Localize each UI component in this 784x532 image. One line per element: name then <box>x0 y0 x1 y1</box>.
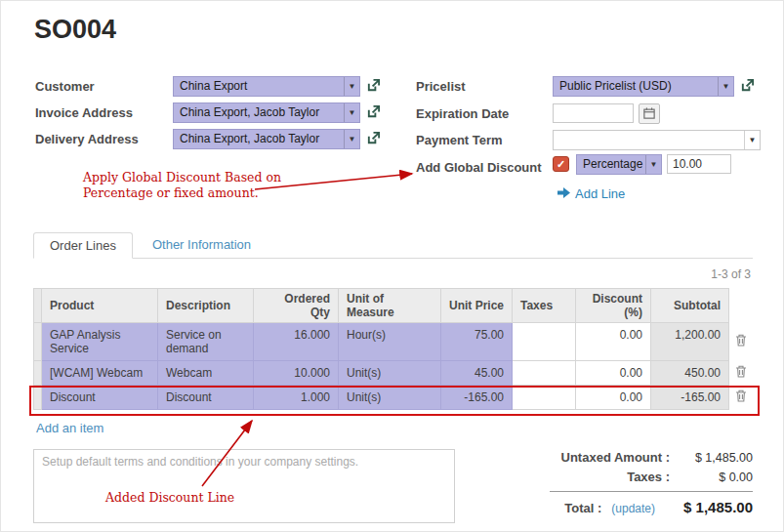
delete-column-header <box>729 289 754 323</box>
payment-term-select[interactable]: ▼ <box>553 130 761 150</box>
annotation-global-discount: Apply Global Discount Based on Percentag… <box>83 170 283 201</box>
chevron-down-icon: ▼ <box>344 103 359 122</box>
col-discount[interactable]: Discount (%) <box>576 289 651 323</box>
notebook-tabs: Order Lines Other Information <box>33 232 753 259</box>
cell-uom[interactable]: Hour(s) <box>339 323 441 361</box>
open-invoice-address-icon[interactable] <box>366 104 382 120</box>
discount-type-select[interactable]: Percentage ▼ <box>576 154 662 175</box>
customer-value: China Export <box>180 79 247 93</box>
delivery-address-label: Delivery Address <box>35 132 139 146</box>
pager: 1-3 of 3 <box>711 267 751 281</box>
table-header-row: Product Description Ordered Qty Unit of … <box>34 289 754 323</box>
update-total-link[interactable]: (update) <box>611 502 655 515</box>
col-ordered-qty[interactable]: Ordered Qty <box>254 289 339 323</box>
cell-discount[interactable]: 0.00 <box>576 323 651 361</box>
expiration-date-label: Expiration Date <box>416 106 509 121</box>
global-discount-checkbox[interactable] <box>553 156 569 172</box>
add-line-label: Add Line <box>575 186 625 201</box>
order-lines-table: Product Description Ordered Qty Unit of … <box>33 288 754 410</box>
delete-row-button[interactable] <box>729 323 754 361</box>
cell-discount[interactable]: 0.00 <box>576 386 651 410</box>
cell-taxes[interactable] <box>513 386 576 410</box>
pricelist-value: Public Pricelist (USD) <box>559 79 672 93</box>
chevron-down-icon: ▼ <box>645 155 661 174</box>
annotation-added-discount-line: Added Discount Line <box>105 490 234 506</box>
pricelist-label: Pricelist <box>416 79 466 94</box>
taxes-value: $ 0.00 <box>670 471 753 484</box>
row-handle[interactable] <box>34 386 42 410</box>
discount-amount-input[interactable] <box>667 154 731 174</box>
cell-description[interactable]: Service on demand <box>158 323 254 361</box>
tab-other-information[interactable]: Other Information <box>133 232 270 258</box>
customer-select[interactable]: China Export ▼ <box>173 76 360 97</box>
cell-description[interactable]: Webcam <box>158 361 254 386</box>
expiration-date-input[interactable] <box>553 103 634 123</box>
add-an-item-link[interactable]: Add an item <box>36 421 103 435</box>
page-title: SO004 <box>34 15 116 45</box>
invoice-address-label: Invoice Address <box>35 105 133 120</box>
row-handle[interactable] <box>34 361 42 386</box>
cell-qty[interactable]: 1.000 <box>254 386 339 410</box>
sale-order-form: SO004 Customer Invoice Address Delivery … <box>0 0 784 532</box>
untaxed-amount-label: Untaxed Amount : <box>561 450 670 465</box>
col-description[interactable]: Description <box>158 289 254 323</box>
cell-description[interactable]: Discount <box>158 386 254 410</box>
cell-discount[interactable]: 0.00 <box>576 361 651 386</box>
tab-order-lines[interactable]: Order Lines <box>33 232 133 259</box>
handle-column-header <box>34 289 42 323</box>
col-unit-of-measure[interactable]: Unit of Measure <box>339 289 441 323</box>
terms-conditions-textarea[interactable] <box>33 449 455 523</box>
table-row-discount[interactable]: Discount Discount 1.000 Unit(s) -165.00 … <box>34 386 754 410</box>
invoice-address-value: China Export, Jacob Taylor <box>180 105 319 119</box>
pricelist-select[interactable]: Public Pricelist (USD) ▼ <box>553 76 734 97</box>
col-product[interactable]: Product <box>42 289 158 323</box>
row-handle[interactable] <box>34 323 42 361</box>
cell-taxes[interactable] <box>513 361 576 386</box>
totals-panel: Untaxed Amount : $ 1,485.00 Taxes : $ 0.… <box>528 450 753 520</box>
chevron-down-icon: ▼ <box>344 130 359 148</box>
total-value: $ 1,485.00 <box>655 499 753 515</box>
cell-qty[interactable]: 16.000 <box>254 323 339 361</box>
table-row[interactable]: [WCAM] Webcam Webcam 10.000 Unit(s) 45.0… <box>34 361 754 386</box>
cell-price[interactable]: 45.00 <box>441 361 513 386</box>
taxes-label: Taxes : <box>627 470 670 484</box>
cell-uom[interactable]: Unit(s) <box>339 386 441 410</box>
arrow-right-icon <box>557 186 570 201</box>
totals-separator <box>550 491 753 492</box>
customer-label: Customer <box>35 79 95 94</box>
calendar-icon[interactable] <box>639 103 660 124</box>
cell-product[interactable]: Discount <box>42 386 158 410</box>
cell-uom[interactable]: Unit(s) <box>339 361 441 386</box>
untaxed-amount-value: $ 1,485.00 <box>670 451 753 465</box>
total-label: Total : <box>564 501 601 515</box>
delete-row-button[interactable] <box>729 361 754 386</box>
add-line-button[interactable]: Add Line <box>557 186 625 201</box>
col-taxes[interactable]: Taxes <box>513 289 576 323</box>
global-discount-label: Add Global Discount <box>416 160 542 175</box>
delete-row-button[interactable] <box>729 386 754 410</box>
col-subtotal[interactable]: Subtotal <box>651 289 729 323</box>
cell-qty[interactable]: 10.000 <box>254 361 339 386</box>
cell-subtotal[interactable]: 1,200.00 <box>651 323 729 361</box>
payment-term-label: Payment Term <box>416 133 503 147</box>
cell-price[interactable]: 75.00 <box>441 323 513 361</box>
invoice-address-select[interactable]: China Export, Jacob Taylor ▼ <box>173 102 360 123</box>
cell-subtotal[interactable]: -165.00 <box>651 386 729 410</box>
cell-taxes[interactable] <box>513 323 576 361</box>
cell-price[interactable]: -165.00 <box>441 386 513 410</box>
open-customer-record-icon[interactable] <box>366 78 382 94</box>
delivery-address-select[interactable]: China Export, Jacob Taylor ▼ <box>173 129 360 149</box>
cell-subtotal[interactable]: 450.00 <box>651 361 729 386</box>
cell-product[interactable]: [WCAM] Webcam <box>42 361 158 386</box>
table-row[interactable]: GAP Analysis Service Service on demand 1… <box>34 323 754 361</box>
open-delivery-address-icon[interactable] <box>366 131 382 146</box>
chevron-down-icon: ▼ <box>718 77 733 96</box>
col-unit-price[interactable]: Unit Price <box>441 289 513 323</box>
chevron-down-icon: ▼ <box>744 131 760 149</box>
delivery-address-value: China Export, Jacob Taylor <box>180 132 319 145</box>
chevron-down-icon: ▼ <box>344 77 359 96</box>
discount-type-value: Percentage <box>583 157 642 171</box>
cell-product[interactable]: GAP Analysis Service <box>42 323 158 361</box>
open-pricelist-record-icon[interactable] <box>740 78 756 94</box>
